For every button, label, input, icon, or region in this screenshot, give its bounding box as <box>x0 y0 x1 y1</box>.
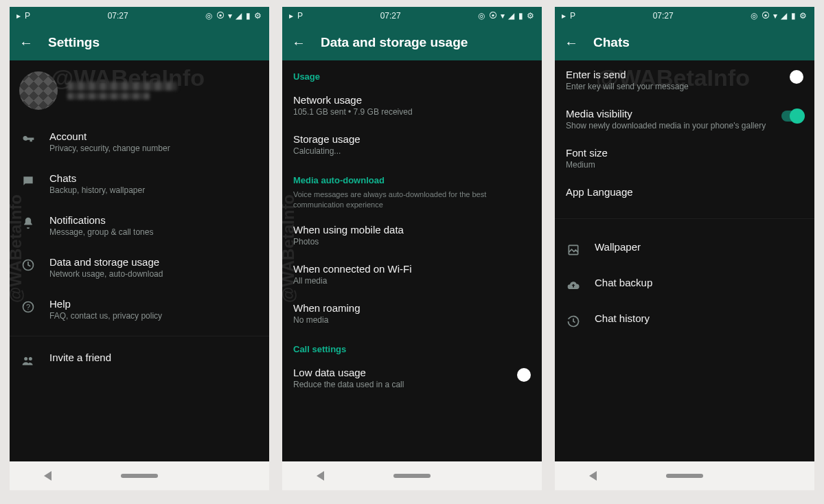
item-network-usage[interactable]: Network usage 105.1 GB sent • 7.9 GB rec… <box>282 86 542 125</box>
page-title: Chats <box>593 35 630 50</box>
svg-point-3 <box>24 357 27 360</box>
item-title: Invite a friend <box>49 352 258 363</box>
nav-back-icon[interactable] <box>317 471 324 481</box>
status-time: 07:27 <box>380 11 401 21</box>
item-chat-history[interactable]: Chat history <box>555 303 814 339</box>
section-call: Call settings <box>282 333 542 358</box>
item-title: Notifications <box>49 214 258 226</box>
item-title: Data and storage usage <box>49 256 258 268</box>
item-sub: Network usage, auto-download <box>49 269 258 279</box>
nav-back-icon[interactable] <box>589 471 597 481</box>
switch-on-icon[interactable] <box>781 111 803 122</box>
item-sub: FAQ, contact us, privacy policy <box>49 311 258 321</box>
item-sub: Message, group & call tones <box>49 227 258 237</box>
item-font-size[interactable]: Font size Medium <box>555 139 814 178</box>
back-icon[interactable]: ← <box>19 35 33 51</box>
settings-item-notifications[interactable]: Notifications Message, group & call tone… <box>10 205 269 247</box>
app-bar: ← Settings <box>10 25 269 60</box>
toggle-enter-send[interactable]: Enter is send Enter key will send your m… <box>555 60 814 100</box>
chat-icon <box>21 174 36 189</box>
nav-bar <box>10 461 269 490</box>
avatar <box>19 71 58 110</box>
nav-back-icon[interactable] <box>44 471 52 481</box>
status-time: 07:27 <box>653 11 674 21</box>
section-usage: Usage <box>282 60 542 86</box>
phone-settings: ▸P 07:27 ◎ ⦿ ▾ ◢ ▮ ⚙ ← Settings @WABetaI… <box>10 7 269 490</box>
item-wifi[interactable]: When connected on Wi-Fi All media <box>282 255 542 294</box>
svg-rect-5 <box>569 245 577 254</box>
radio-off-icon[interactable] <box>517 368 531 382</box>
status-bar: ▸P 07:27 ◎ ⦿ ▾ ◢ ▮ ⚙ <box>282 7 542 25</box>
item-app-language[interactable]: App Language <box>555 178 814 206</box>
page-title: Data and storage usage <box>321 35 468 50</box>
svg-point-4 <box>29 357 32 360</box>
phone-chats: ▸P 07:27 ◎ ⦿ ▾ ◢ ▮ ⚙ ← Chats @WABetaInfo… <box>555 7 814 490</box>
settings-item-chats[interactable]: Chats Backup, history, wallpaper <box>10 163 269 205</box>
history-icon <box>566 314 581 329</box>
settings-item-data[interactable]: Data and storage usage Network usage, au… <box>10 247 269 288</box>
app-bar: ← Chats <box>555 25 814 60</box>
phone-data-storage: ▸P 07:27 ◎ ⦿ ▾ ◢ ▮ ⚙ ← Data and storage … <box>282 7 542 490</box>
section-media: Media auto-download <box>282 164 542 190</box>
people-icon <box>21 353 36 368</box>
radio-off-icon[interactable] <box>790 70 803 84</box>
nav-home-icon[interactable] <box>121 474 158 478</box>
item-sub: Backup, history, wallpaper <box>49 185 258 195</box>
wallpaper-icon <box>566 242 581 257</box>
nav-home-icon[interactable] <box>666 474 703 478</box>
item-chat-backup[interactable]: Chat backup <box>555 267 814 303</box>
item-wallpaper[interactable]: Wallpaper <box>555 231 814 267</box>
back-icon[interactable]: ← <box>292 35 306 51</box>
section-media-note: Voice messages are always auto-downloade… <box>282 190 542 216</box>
back-icon[interactable]: ← <box>564 35 578 51</box>
status-time: 07:27 <box>108 11 128 21</box>
item-sub: Privacy, security, change number <box>49 144 258 153</box>
key-icon <box>21 132 36 147</box>
data-icon <box>21 257 36 273</box>
bell-icon <box>21 216 36 231</box>
svg-text:?: ? <box>26 303 30 311</box>
item-title: Help <box>49 298 258 310</box>
help-icon: ? <box>21 299 36 314</box>
toggle-media-visibility[interactable]: Media visibility Show newly downloaded m… <box>555 100 814 139</box>
nav-bar <box>282 461 542 490</box>
nav-home-icon[interactable] <box>393 474 431 478</box>
nav-bar <box>555 461 814 490</box>
item-storage-usage[interactable]: Storage usage Calculating... <box>282 125 542 164</box>
settings-item-account[interactable]: Account Privacy, security, change number <box>10 121 269 163</box>
toggle-low-data[interactable]: Low data usage Reduce the data used in a… <box>282 358 542 398</box>
status-bar: ▸P 07:27 ◎ ⦿ ▾ ◢ ▮ ⚙ <box>555 7 814 25</box>
settings-item-invite[interactable]: Invite a friend <box>10 342 269 378</box>
item-title: Account <box>49 130 258 142</box>
status-bar: ▸P 07:27 ◎ ⦿ ▾ ◢ ▮ ⚙ <box>10 7 269 25</box>
page-title: Settings <box>48 35 100 50</box>
item-title: Chats <box>49 172 258 184</box>
item-roaming[interactable]: When roaming No media <box>282 294 542 333</box>
item-mobile-data[interactable]: When using mobile data Photos <box>282 216 542 255</box>
cloud-up-icon <box>566 278 581 293</box>
profile-row[interactable] <box>10 60 269 121</box>
app-bar: ← Data and storage usage <box>282 25 542 60</box>
settings-item-help[interactable]: ? Help FAQ, contact us, privacy policy <box>10 288 269 330</box>
